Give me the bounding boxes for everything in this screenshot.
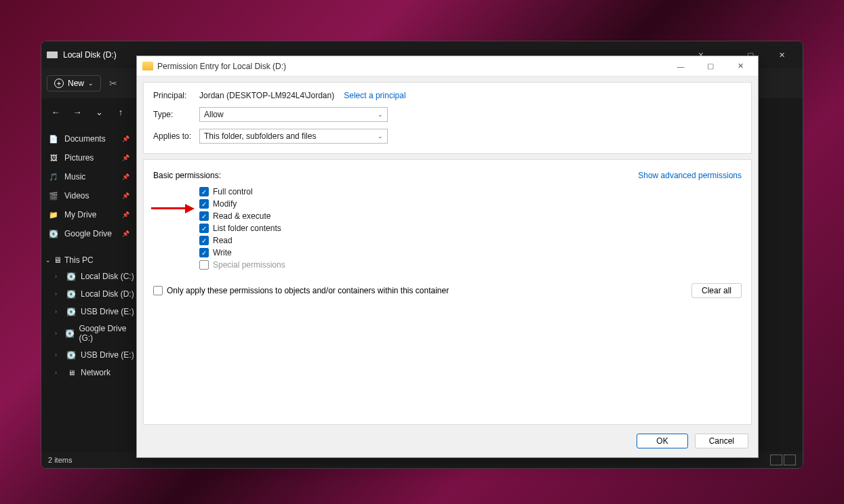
drive-icon bbox=[47, 51, 58, 58]
sidebar-item-label: USB Drive (E:) bbox=[81, 350, 134, 360]
explorer-sidebar: 📄Documents📌🖼Pictures📌🎵Music📌🎬Videos📌📁My … bbox=[41, 125, 136, 452]
permission-checkbox[interactable]: ✓ bbox=[199, 224, 209, 233]
cut-icon[interactable]: ✂ bbox=[109, 78, 117, 89]
permission-write[interactable]: ✓Write bbox=[199, 247, 742, 259]
sidebar-item-usb-drive-e-[interactable]: ›💽USB Drive (E:) bbox=[41, 346, 136, 364]
annotation-arrow bbox=[151, 204, 195, 213]
permission-full-control[interactable]: ✓Full control bbox=[199, 186, 742, 198]
pin-icon: 📌 bbox=[122, 192, 129, 199]
plus-icon: + bbox=[54, 79, 64, 88]
select-principal-link[interactable]: Select a principal bbox=[344, 91, 405, 100]
permission-list-folder-contents[interactable]: ✓List folder contents bbox=[199, 222, 742, 234]
only-apply-label: Only apply these permissions to objects … bbox=[167, 286, 449, 295]
sidebar-item-local-disk-d-[interactable]: ›💽Local Disk (D:) bbox=[41, 285, 136, 303]
item-icon: 🎬 bbox=[48, 190, 59, 201]
type-value: Allow bbox=[204, 110, 224, 119]
permission-label: Read & execute bbox=[213, 211, 270, 221]
sidebar-item-pictures[interactable]: 🖼Pictures📌 bbox=[41, 148, 136, 167]
permissions-box: Basic permissions: Show advanced permiss… bbox=[143, 159, 752, 425]
sidebar-item-label: Pictures bbox=[64, 153, 94, 163]
show-advanced-link[interactable]: Show advanced permissions bbox=[638, 171, 742, 180]
applies-value: This folder, subfolders and files bbox=[204, 131, 316, 141]
chevron-down-icon: ⌄ bbox=[378, 133, 383, 140]
pin-icon: 📌 bbox=[122, 230, 129, 237]
only-apply-row[interactable]: Only apply these permissions to objects … bbox=[153, 286, 449, 295]
permission-label: Special permissions bbox=[213, 260, 285, 270]
sidebar-item-my-drive[interactable]: 📁My Drive📌 bbox=[41, 205, 136, 224]
ok-button[interactable]: OK bbox=[637, 434, 687, 448]
drive-icon: 💽 bbox=[66, 350, 77, 360]
pin-icon: 📌 bbox=[122, 173, 129, 180]
cancel-button[interactable]: Cancel bbox=[695, 434, 748, 448]
only-apply-checkbox[interactable] bbox=[153, 286, 163, 295]
close-button[interactable]: ✕ bbox=[766, 44, 797, 66]
permission-checkbox[interactable]: ✓ bbox=[199, 187, 209, 196]
permission-read-execute[interactable]: ✓Read & execute bbox=[199, 210, 742, 222]
chevron-right-icon: › bbox=[55, 308, 62, 315]
permission-label: Write bbox=[213, 248, 232, 257]
permission-entry-dialog: Permission Entry for Local Disk (D:) — ▢… bbox=[136, 56, 759, 458]
sidebar-item-local-disk-c-[interactable]: ›💽Local Disk (C:) bbox=[41, 268, 136, 285]
clear-all-button[interactable]: Clear all bbox=[691, 283, 742, 298]
thispc-label: This PC bbox=[64, 255, 94, 265]
item-icon: 💽 bbox=[48, 228, 59, 239]
type-select[interactable]: Allow ⌄ bbox=[199, 107, 388, 122]
sidebar-section-thispc[interactable]: ⌄ 🖥 This PC bbox=[41, 250, 136, 268]
forward-button[interactable]: → bbox=[73, 107, 82, 117]
recent-dropdown-icon[interactable]: ⌄ bbox=[94, 107, 104, 117]
permission-checkbox[interactable]: ✓ bbox=[199, 248, 209, 257]
permission-read[interactable]: ✓Read bbox=[199, 234, 742, 247]
tiles-view-icon[interactable] bbox=[784, 455, 796, 465]
chevron-right-icon: › bbox=[55, 330, 61, 337]
principal-box: Principal: Jordan (DESKTOP-LM924L4\Jorda… bbox=[143, 82, 752, 154]
chevron-right-icon: › bbox=[55, 369, 62, 376]
pin-icon: 📌 bbox=[122, 211, 129, 218]
back-button[interactable]: ← bbox=[51, 107, 60, 117]
sidebar-item-music[interactable]: 🎵Music📌 bbox=[41, 167, 136, 186]
permission-modify[interactable]: ✓Modify bbox=[199, 198, 742, 210]
new-button[interactable]: + New ⌄ bbox=[47, 75, 101, 91]
item-icon: 🎵 bbox=[48, 171, 59, 182]
dialog-close-button[interactable]: ✕ bbox=[725, 57, 755, 76]
dialog-maximize-button[interactable]: ▢ bbox=[696, 57, 725, 76]
dialog-titlebar: Permission Entry for Local Disk (D:) — ▢… bbox=[137, 56, 758, 77]
sidebar-item-label: Local Disk (D:) bbox=[81, 289, 134, 299]
applies-label: Applies to: bbox=[153, 131, 199, 141]
sidebar-item-network[interactable]: ›🖥Network bbox=[41, 364, 136, 381]
drive-icon: 💽 bbox=[66, 306, 77, 317]
applies-select[interactable]: This folder, subfolders and files ⌄ bbox=[199, 129, 388, 144]
dialog-title: Permission Entry for Local Disk (D:) bbox=[157, 62, 286, 71]
pin-icon: 📌 bbox=[122, 154, 129, 161]
drive-icon: 🖥 bbox=[66, 367, 77, 378]
up-button[interactable]: ↑ bbox=[116, 107, 125, 117]
item-icon: 🖼 bbox=[48, 152, 59, 163]
sidebar-item-google-drive[interactable]: 💽Google Drive📌 bbox=[41, 224, 136, 243]
applies-row: Applies to: This folder, subfolders and … bbox=[153, 129, 742, 144]
dialog-minimize-button[interactable]: — bbox=[666, 57, 696, 76]
details-view-icon[interactable] bbox=[770, 455, 782, 465]
principal-row: Principal: Jordan (DESKTOP-LM924L4\Jorda… bbox=[153, 91, 742, 100]
permission-checkbox[interactable]: ✓ bbox=[199, 211, 209, 221]
sidebar-item-label: Network bbox=[81, 368, 110, 377]
sidebar-item-label: Music bbox=[64, 172, 85, 182]
sidebar-item-documents[interactable]: 📄Documents📌 bbox=[41, 129, 136, 148]
sidebar-item-usb-drive-e-[interactable]: ›💽USB Drive (E:) bbox=[41, 303, 136, 320]
principal-label: Principal: bbox=[153, 91, 199, 100]
permission-checkbox[interactable]: ✓ bbox=[199, 199, 209, 209]
drive-icon: 💽 bbox=[65, 328, 75, 339]
status-text: 2 items bbox=[48, 456, 72, 464]
folder-icon bbox=[142, 62, 153, 70]
sidebar-item-label: My Drive bbox=[64, 210, 96, 219]
chevron-right-icon: › bbox=[55, 291, 62, 297]
permission-label: List folder contents bbox=[213, 224, 281, 233]
new-label: New bbox=[68, 79, 84, 88]
bottom-row: Only apply these permissions to objects … bbox=[153, 283, 742, 298]
permission-special-permissions: Special permissions bbox=[199, 259, 742, 271]
permission-checkbox[interactable]: ✓ bbox=[199, 236, 209, 245]
dialog-footer: OK Cancel bbox=[137, 425, 758, 457]
sidebar-item-videos[interactable]: 🎬Videos📌 bbox=[41, 186, 136, 205]
monitor-icon: 🖥 bbox=[54, 255, 62, 265]
chevron-right-icon: › bbox=[55, 273, 62, 280]
sidebar-item-google-drive-g-[interactable]: ›💽Google Drive (G:) bbox=[41, 320, 136, 346]
item-icon: 📄 bbox=[48, 133, 59, 144]
